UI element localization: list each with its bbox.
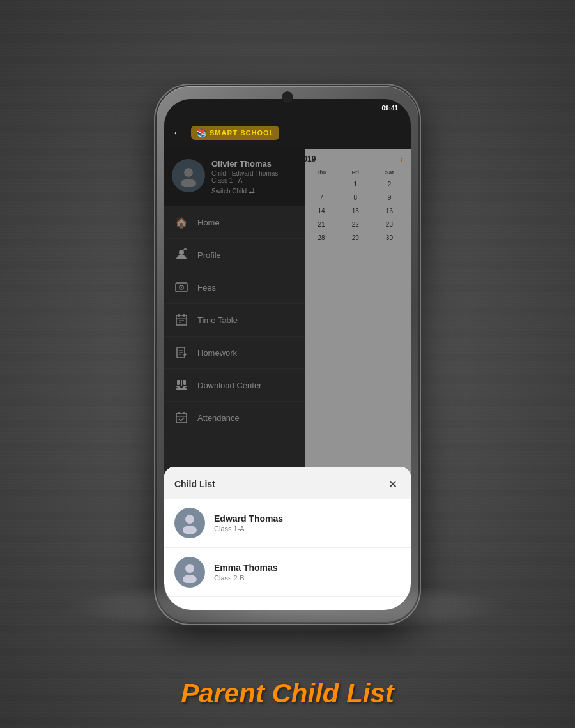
back-button[interactable]: ←	[172, 126, 183, 140]
modal-title: Child List	[174, 479, 215, 489]
child-info-emma: Emma Thomas Class 2-B	[214, 563, 401, 582]
phone-notch	[282, 91, 293, 103]
phone-screen: 09:41 ← 📚 SMART SCHOOL ‹ November 2019 ›	[164, 99, 411, 610]
child-avatar-emma	[174, 557, 205, 588]
child-list-modal: Child List ✕ Edward Thomas	[164, 149, 411, 610]
child-name-edward: Edward Thomas	[214, 513, 401, 524]
app-content: ‹ November 2019 › Sun Mon Tue Wed Thu Fr…	[164, 149, 411, 610]
status-time: 09:41	[381, 105, 398, 112]
app-header: ← 📚 SMART SCHOOL	[164, 117, 411, 149]
svg-point-26	[185, 564, 194, 573]
svg-point-24	[185, 515, 194, 524]
child-avatar-edward	[174, 508, 205, 538]
child-class-emma: Class 2-B	[214, 574, 401, 582]
child-avatar-svg-edward	[179, 512, 201, 534]
child-item-edward[interactable]: Edward Thomas Class 1-A	[164, 499, 411, 548]
svg-point-25	[183, 526, 197, 534]
app-logo: 📚 SMART SCHOOL	[191, 126, 279, 140]
page-title-area: Parent Child List	[181, 678, 394, 709]
child-name-emma: Emma Thomas	[214, 563, 401, 573]
logo-text: SMART SCHOOL	[210, 129, 274, 137]
child-info-edward: Edward Thomas Class 1-A	[214, 513, 401, 533]
modal-close-button[interactable]: ✕	[384, 476, 401, 492]
modal-sheet: Child List ✕ Edward Thomas	[164, 467, 411, 610]
page-title: Parent Child List	[181, 678, 394, 708]
modal-header: Child List ✕	[164, 467, 411, 499]
child-avatar-svg-emma	[179, 561, 201, 583]
logo-book-icon: 📚	[196, 128, 207, 138]
child-item-emma[interactable]: Emma Thomas Class 2-B	[164, 548, 411, 597]
child-class-edward: Class 1-A	[214, 525, 401, 533]
svg-point-27	[183, 575, 197, 583]
